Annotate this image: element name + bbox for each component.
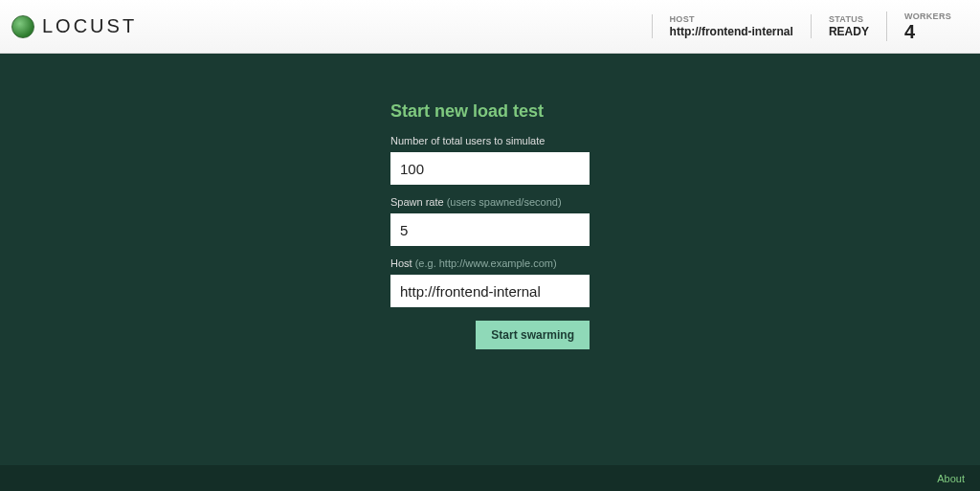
users-label: Number of total users to simulate <box>390 135 590 146</box>
stat-status-label: STATUS <box>829 14 869 24</box>
stat-host-label: HOST <box>670 14 793 24</box>
stat-status-value: READY <box>829 25 869 38</box>
users-input[interactable] <box>390 152 590 185</box>
form-actions: Start swarming <box>390 321 590 349</box>
spawn-hint: (users spawned/second) <box>447 196 562 208</box>
stat-workers-label: WORKERS <box>904 11 951 21</box>
start-swarming-button[interactable]: Start swarming <box>476 321 590 349</box>
host-input[interactable] <box>390 275 590 307</box>
brand-logo: LOCUST <box>11 15 137 38</box>
host-label-text: Host <box>390 257 415 269</box>
stat-host: HOST http://frontend-internal <box>652 14 811 38</box>
form-title: Start new load test <box>390 101 590 122</box>
load-test-form: Start new load test Number of total user… <box>390 101 590 465</box>
host-hint: (e.g. http://www.example.com) <box>415 257 557 269</box>
field-users: Number of total users to simulate <box>390 135 590 185</box>
host-label: Host (e.g. http://www.example.com) <box>390 257 590 269</box>
stat-host-value: http://frontend-internal <box>670 25 793 38</box>
locust-icon <box>11 15 34 38</box>
brand-text: LOCUST <box>42 15 137 37</box>
footer: About <box>0 465 980 491</box>
spawn-label-text: Spawn rate <box>390 196 447 208</box>
stat-workers: WORKERS 4 <box>886 11 969 41</box>
spawn-label: Spawn rate (users spawned/second) <box>390 196 590 208</box>
top-header: LOCUST HOST http://frontend-internal STA… <box>0 0 980 54</box>
field-host: Host (e.g. http://www.example.com) <box>390 257 590 307</box>
spawn-input[interactable] <box>390 213 590 246</box>
stat-status: STATUS READY <box>811 14 886 38</box>
field-spawn-rate: Spawn rate (users spawned/second) <box>390 196 590 246</box>
stat-workers-value: 4 <box>904 22 951 41</box>
main-content: Start new load test Number of total user… <box>0 54 980 465</box>
about-link[interactable]: About <box>937 473 965 484</box>
